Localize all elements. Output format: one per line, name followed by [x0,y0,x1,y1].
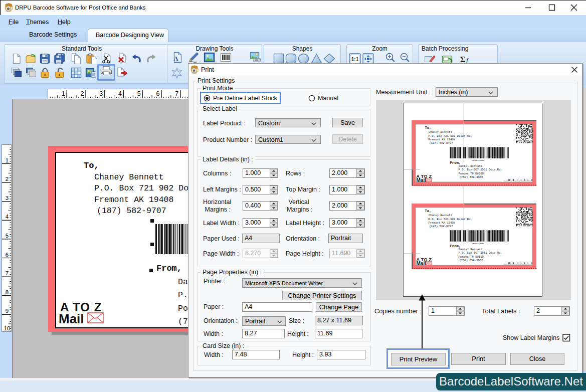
svg-text:8: 8 [6,289,9,295]
svg-text:(187) 582-9707: (187) 582-9707 [97,206,166,216]
svg-text:To,: To, [84,161,99,170]
svg-text:(7: (7 [178,317,188,326]
svg-text:9: 9 [6,308,9,314]
svg-text:4: 4 [118,90,122,97]
svg-text:2: 2 [6,176,9,182]
svg-text:6: 6 [6,252,9,258]
svg-text:5: 5 [6,233,9,239]
svg-text:10: 10 [4,325,11,331]
svg-text:P.O. Box 721 902 Do: P.O. Box 721 902 Do [94,183,188,193]
svg-text:Da: Da [178,277,188,287]
svg-text:Σ: Σ [460,55,465,63]
svg-text:1:1: 1:1 [351,57,359,62]
svg-text:4: 4 [6,214,9,220]
svg-text:Mail: Mail [59,311,84,326]
svg-text:7: 7 [175,90,178,97]
svg-text:3: 3 [99,90,103,97]
svg-text:P.: P. [178,290,188,300]
svg-text:Chaney Bennett: Chaney Bennett [94,172,164,182]
svg-text:1: 1 [6,157,9,163]
svg-text:A: A [173,55,178,62]
svg-text:2: 2 [81,90,84,97]
svg-text:Fremont AK 19408: Fremont AK 19408 [94,195,173,205]
svg-text:5: 5 [137,90,141,97]
svg-text:From,: From, [156,264,182,273]
svg-text:3: 3 [6,195,9,201]
svg-text:7: 7 [6,270,9,276]
svg-text:f: f [466,57,469,63]
svg-text:6: 6 [156,90,160,97]
svg-text:Po: Po [178,304,188,313]
svg-text:1: 1 [62,90,65,97]
